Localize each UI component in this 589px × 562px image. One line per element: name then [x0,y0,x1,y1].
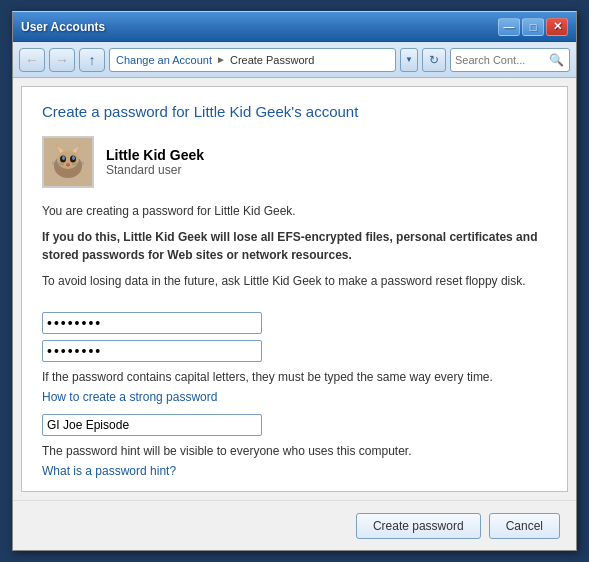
cancel-button[interactable]: Cancel [489,513,560,539]
main-content: Create a password for Little Kid Geek's … [21,86,568,492]
search-icon[interactable]: 🔍 [549,53,564,67]
svg-point-10 [72,156,75,160]
strong-password-link[interactable]: How to create a strong password [42,390,217,404]
address-bar: ← → ↑ Change an Account ► Create Passwor… [13,42,576,78]
breadcrumb-part2: Create Password [230,54,314,66]
breadcrumb-dropdown[interactable]: ▼ [400,48,418,72]
breadcrumb-part1[interactable]: Change an Account [116,54,212,66]
password-hint-text: If the password contains capital letters… [42,368,547,386]
info-line3: To avoid losing data in the future, ask … [42,272,547,290]
search-input[interactable] [455,54,545,66]
user-section: Little Kid Geek Standard user [42,136,547,188]
hint-visible-text: The password hint will be visible to eve… [42,442,547,460]
svg-point-9 [62,156,65,160]
forward-button[interactable]: → [49,48,75,72]
password-input[interactable] [42,312,262,334]
title-bar-buttons: — □ ✕ [498,18,568,36]
info-line2: If you do this, Little Kid Geek will los… [42,228,547,264]
user-name: Little Kid Geek [106,147,204,163]
close-button[interactable]: ✕ [546,18,568,36]
avatar [42,136,94,188]
info-line1: You are creating a password for Little K… [42,202,547,220]
back-button[interactable]: ← [19,48,45,72]
confirm-password-input[interactable] [42,340,262,362]
refresh-button[interactable]: ↻ [422,48,446,72]
user-info: Little Kid Geek Standard user [106,147,204,177]
search-box: 🔍 [450,48,570,72]
user-role: Standard user [106,163,204,177]
page-title: Create a password for Little Kid Geek's … [42,103,547,120]
password-hint-input[interactable] [42,414,262,436]
minimize-button[interactable]: — [498,18,520,36]
maximize-button[interactable]: □ [522,18,544,36]
hint-info-link[interactable]: What is a password hint? [42,464,176,478]
up-button[interactable]: ↑ [79,48,105,72]
svg-point-11 [66,163,70,165]
breadcrumb-arrow1: ► [216,54,226,65]
main-window: User Accounts — □ ✕ ← → ↑ Change an Acco… [12,11,577,551]
create-password-button[interactable]: Create password [356,513,481,539]
window-title: User Accounts [21,20,105,34]
bottom-bar: Create password Cancel [13,500,576,550]
title-bar: User Accounts — □ ✕ [13,12,576,42]
avatar-image [44,138,92,186]
breadcrumb: Change an Account ► Create Password [109,48,396,72]
